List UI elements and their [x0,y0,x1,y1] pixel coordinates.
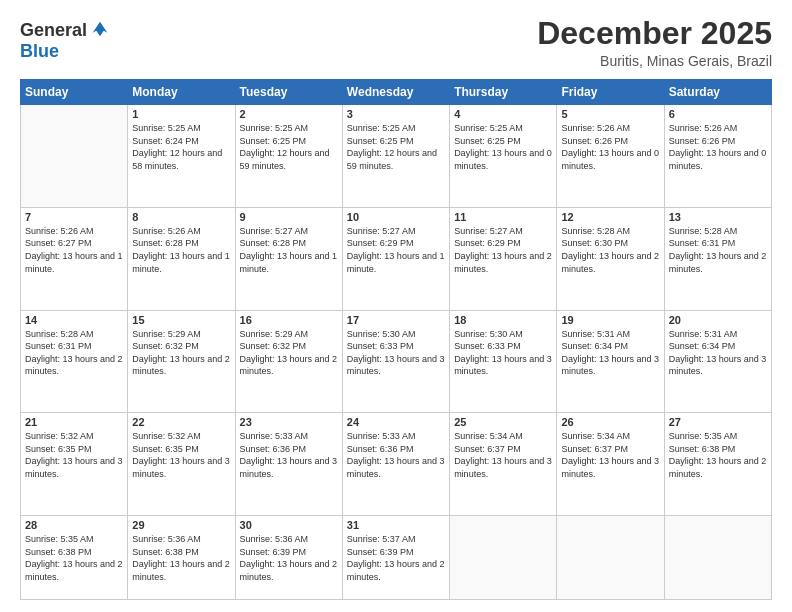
table-row: 6Sunrise: 5:26 AMSunset: 6:26 PMDaylight… [664,105,771,208]
header: General Blue December 2025 Buritis, Mina… [20,16,772,69]
day-number: 29 [132,519,230,531]
table-row [450,515,557,599]
table-row: 27Sunrise: 5:35 AMSunset: 6:38 PMDayligh… [664,413,771,516]
day-number: 5 [561,108,659,120]
cell-info: Sunrise: 5:34 AMSunset: 6:37 PMDaylight:… [454,430,552,480]
cell-info: Sunrise: 5:25 AMSunset: 6:25 PMDaylight:… [347,122,445,172]
day-number: 19 [561,314,659,326]
day-number: 9 [240,211,338,223]
day-number: 30 [240,519,338,531]
cell-info: Sunrise: 5:30 AMSunset: 6:33 PMDaylight:… [347,328,445,378]
cell-info: Sunrise: 5:30 AMSunset: 6:33 PMDaylight:… [454,328,552,378]
cell-info: Sunrise: 5:29 AMSunset: 6:32 PMDaylight:… [132,328,230,378]
cell-info: Sunrise: 5:25 AMSunset: 6:25 PMDaylight:… [240,122,338,172]
calendar-header-row: Sunday Monday Tuesday Wednesday Thursday… [21,80,772,105]
cell-info: Sunrise: 5:26 AMSunset: 6:26 PMDaylight:… [669,122,767,172]
day-number: 15 [132,314,230,326]
cell-info: Sunrise: 5:35 AMSunset: 6:38 PMDaylight:… [25,533,123,583]
table-row: 7Sunrise: 5:26 AMSunset: 6:27 PMDaylight… [21,207,128,310]
day-number: 26 [561,416,659,428]
table-row: 25Sunrise: 5:34 AMSunset: 6:37 PMDayligh… [450,413,557,516]
table-row: 5Sunrise: 5:26 AMSunset: 6:26 PMDaylight… [557,105,664,208]
table-row: 20Sunrise: 5:31 AMSunset: 6:34 PMDayligh… [664,310,771,413]
cell-info: Sunrise: 5:26 AMSunset: 6:27 PMDaylight:… [25,225,123,275]
table-row: 3Sunrise: 5:25 AMSunset: 6:25 PMDaylight… [342,105,449,208]
table-row: 8Sunrise: 5:26 AMSunset: 6:28 PMDaylight… [128,207,235,310]
table-row: 14Sunrise: 5:28 AMSunset: 6:31 PMDayligh… [21,310,128,413]
cell-info: Sunrise: 5:31 AMSunset: 6:34 PMDaylight:… [669,328,767,378]
col-thursday: Thursday [450,80,557,105]
calendar-week-row: 14Sunrise: 5:28 AMSunset: 6:31 PMDayligh… [21,310,772,413]
day-number: 24 [347,416,445,428]
cell-info: Sunrise: 5:29 AMSunset: 6:32 PMDaylight:… [240,328,338,378]
cell-info: Sunrise: 5:27 AMSunset: 6:29 PMDaylight:… [347,225,445,275]
cell-info: Sunrise: 5:35 AMSunset: 6:38 PMDaylight:… [669,430,767,480]
table-row: 11Sunrise: 5:27 AMSunset: 6:29 PMDayligh… [450,207,557,310]
table-row: 2Sunrise: 5:25 AMSunset: 6:25 PMDaylight… [235,105,342,208]
cell-info: Sunrise: 5:25 AMSunset: 6:25 PMDaylight:… [454,122,552,172]
day-number: 7 [25,211,123,223]
cell-info: Sunrise: 5:27 AMSunset: 6:29 PMDaylight:… [454,225,552,275]
day-number: 6 [669,108,767,120]
table-row [664,515,771,599]
logo-icon [89,18,111,40]
cell-info: Sunrise: 5:36 AMSunset: 6:38 PMDaylight:… [132,533,230,583]
table-row: 30Sunrise: 5:36 AMSunset: 6:39 PMDayligh… [235,515,342,599]
day-number: 20 [669,314,767,326]
col-wednesday: Wednesday [342,80,449,105]
cell-info: Sunrise: 5:26 AMSunset: 6:28 PMDaylight:… [132,225,230,275]
cell-info: Sunrise: 5:33 AMSunset: 6:36 PMDaylight:… [347,430,445,480]
table-row: 24Sunrise: 5:33 AMSunset: 6:36 PMDayligh… [342,413,449,516]
cell-info: Sunrise: 5:31 AMSunset: 6:34 PMDaylight:… [561,328,659,378]
table-row: 15Sunrise: 5:29 AMSunset: 6:32 PMDayligh… [128,310,235,413]
cell-info: Sunrise: 5:37 AMSunset: 6:39 PMDaylight:… [347,533,445,583]
day-number: 11 [454,211,552,223]
table-row: 22Sunrise: 5:32 AMSunset: 6:35 PMDayligh… [128,413,235,516]
day-number: 3 [347,108,445,120]
table-row: 12Sunrise: 5:28 AMSunset: 6:30 PMDayligh… [557,207,664,310]
table-row: 17Sunrise: 5:30 AMSunset: 6:33 PMDayligh… [342,310,449,413]
cell-info: Sunrise: 5:26 AMSunset: 6:26 PMDaylight:… [561,122,659,172]
day-number: 14 [25,314,123,326]
cell-info: Sunrise: 5:33 AMSunset: 6:36 PMDaylight:… [240,430,338,480]
day-number: 4 [454,108,552,120]
day-number: 16 [240,314,338,326]
col-monday: Monday [128,80,235,105]
day-number: 2 [240,108,338,120]
location: Buritis, Minas Gerais, Brazil [537,53,772,69]
day-number: 18 [454,314,552,326]
calendar-week-row: 7Sunrise: 5:26 AMSunset: 6:27 PMDaylight… [21,207,772,310]
table-row: 28Sunrise: 5:35 AMSunset: 6:38 PMDayligh… [21,515,128,599]
table-row: 21Sunrise: 5:32 AMSunset: 6:35 PMDayligh… [21,413,128,516]
day-number: 8 [132,211,230,223]
col-friday: Friday [557,80,664,105]
table-row: 31Sunrise: 5:37 AMSunset: 6:39 PMDayligh… [342,515,449,599]
table-row: 19Sunrise: 5:31 AMSunset: 6:34 PMDayligh… [557,310,664,413]
cell-info: Sunrise: 5:32 AMSunset: 6:35 PMDaylight:… [25,430,123,480]
table-row: 29Sunrise: 5:36 AMSunset: 6:38 PMDayligh… [128,515,235,599]
cell-info: Sunrise: 5:36 AMSunset: 6:39 PMDaylight:… [240,533,338,583]
table-row: 4Sunrise: 5:25 AMSunset: 6:25 PMDaylight… [450,105,557,208]
day-number: 21 [25,416,123,428]
day-number: 27 [669,416,767,428]
day-number: 25 [454,416,552,428]
day-number: 13 [669,211,767,223]
table-row: 23Sunrise: 5:33 AMSunset: 6:36 PMDayligh… [235,413,342,516]
day-number: 31 [347,519,445,531]
cell-info: Sunrise: 5:28 AMSunset: 6:30 PMDaylight:… [561,225,659,275]
cell-info: Sunrise: 5:25 AMSunset: 6:24 PMDaylight:… [132,122,230,172]
day-number: 28 [25,519,123,531]
calendar-table: Sunday Monday Tuesday Wednesday Thursday… [20,79,772,600]
day-number: 1 [132,108,230,120]
day-number: 23 [240,416,338,428]
day-number: 10 [347,211,445,223]
table-row: 9Sunrise: 5:27 AMSunset: 6:28 PMDaylight… [235,207,342,310]
page: General Blue December 2025 Buritis, Mina… [0,0,792,612]
table-row [557,515,664,599]
table-row: 26Sunrise: 5:34 AMSunset: 6:37 PMDayligh… [557,413,664,516]
table-row [21,105,128,208]
cell-info: Sunrise: 5:32 AMSunset: 6:35 PMDaylight:… [132,430,230,480]
cell-info: Sunrise: 5:28 AMSunset: 6:31 PMDaylight:… [25,328,123,378]
table-row: 13Sunrise: 5:28 AMSunset: 6:31 PMDayligh… [664,207,771,310]
cell-info: Sunrise: 5:34 AMSunset: 6:37 PMDaylight:… [561,430,659,480]
